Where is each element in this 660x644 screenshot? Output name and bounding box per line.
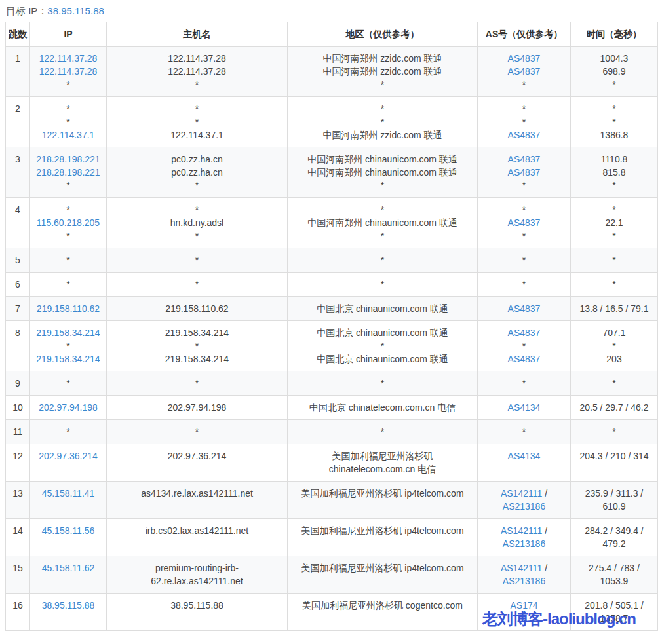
asn-link[interactable]: AS4837 <box>508 53 541 64</box>
ip-link[interactable]: 218.28.198.221 <box>36 154 100 164</box>
asn-text: * <box>522 204 526 215</box>
header-row: 跳数IP主机名地区（仅供参考）AS号（仅供参考）时间（毫秒） <box>6 22 658 47</box>
ip-line: 202.97.36.214 <box>31 449 105 463</box>
asn-link[interactable]: AS142111 <box>501 563 542 573</box>
time-text: * <box>612 231 615 241</box>
hop-number: 12 <box>6 444 30 482</box>
hop-number: 14 <box>6 519 30 556</box>
region-text: 中国河南郑州 zzidc.com 联通 <box>322 66 442 77</box>
asn-text: * <box>522 378 526 388</box>
ip-cell: 219.158.34.214*219.158.34.214 <box>30 321 107 371</box>
time-line: * <box>572 203 656 216</box>
asn-cell: AS4837 <box>478 297 571 321</box>
asn-link[interactable]: AS142111 <box>501 525 542 536</box>
hop-number: 6 <box>6 273 30 297</box>
ip-link[interactable]: 45.158.11.56 <box>42 525 95 536</box>
asn-link[interactable]: AS4837 <box>508 66 541 77</box>
asn-link[interactable]: AS4134 <box>508 451 541 461</box>
asn-link[interactable]: AS213186 <box>503 539 545 549</box>
asn-link[interactable]: AS213186 <box>503 501 545 512</box>
time-line: 204.3 / 210 / 314 <box>572 449 656 463</box>
asn-line: AS142111 / <box>479 487 569 500</box>
target-ip-link[interactable]: 38.95.115.88 <box>47 5 104 16</box>
table-row: 7219.158.110.62219.158.110.62中国北京 chinau… <box>6 297 658 321</box>
asn-line: * <box>479 115 569 128</box>
host-line: * <box>108 179 286 192</box>
table-row: 11***** <box>6 420 658 444</box>
region-text: * <box>381 231 384 241</box>
asn-line: * <box>479 254 569 267</box>
region-text: * <box>381 378 384 388</box>
region-line: * <box>289 278 476 291</box>
ip-text: * <box>66 426 69 437</box>
table-row: 1122.114.37.28122.114.37.28*122.114.37.2… <box>6 47 658 97</box>
asn-link[interactable]: AS4134 <box>508 402 541 413</box>
host-text: * <box>195 279 199 290</box>
ip-link[interactable]: 45.158.11.41 <box>42 488 95 499</box>
ip-link[interactable]: 202.97.36.214 <box>39 451 98 461</box>
time-line: * <box>572 425 656 438</box>
host-cell: 219.158.34.214*219.158.34.214 <box>107 321 288 371</box>
asn-cell: AS142111 /AS213186 <box>478 556 571 594</box>
host-line: 122.114.37.28 <box>108 65 286 78</box>
ip-link[interactable]: 45.158.11.62 <box>42 563 95 573</box>
region-text: * <box>381 426 384 437</box>
ip-link[interactable]: 219.158.34.214 <box>36 354 100 364</box>
ip-link[interactable]: 219.158.34.214 <box>36 328 100 338</box>
region-text: 美国加利福尼亚州洛杉矶 ip4telcom.com <box>301 563 463 573</box>
region-line: * <box>289 425 476 438</box>
time-line: 479.2 <box>572 537 656 550</box>
host-line: 122.114.37.1 <box>108 128 286 142</box>
ip-link[interactable]: 122.114.37.28 <box>39 66 98 77</box>
ip-line: * <box>31 179 105 192</box>
time-cell: 1110.8815.8* <box>571 147 658 198</box>
asn-cell: AS4837AS4837* <box>478 47 571 97</box>
region-line: 美国加利福尼亚州洛杉矶 ip4telcom.com <box>289 561 476 575</box>
asn-line: AS213186 <box>479 537 569 550</box>
ip-link[interactable]: 219.158.110.62 <box>37 303 100 314</box>
ip-line: 218.28.198.221 <box>31 153 105 166</box>
ip-cell: * <box>30 248 107 273</box>
ip-link[interactable]: 38.95.115.88 <box>42 600 95 611</box>
ip-line: * <box>31 102 105 115</box>
asn-link[interactable]: AS4837 <box>508 154 541 164</box>
ip-text: * <box>66 104 69 114</box>
ip-cell: 45.158.11.56 <box>30 519 107 556</box>
asn-text: * <box>522 255 526 265</box>
asn-link[interactable]: AS4837 <box>508 354 541 364</box>
ip-link[interactable]: 202.97.94.198 <box>39 402 98 413</box>
hop-number: 11 <box>6 420 30 444</box>
asn-link[interactable]: AS4837 <box>508 130 541 140</box>
time-text: * <box>612 180 615 191</box>
asn-link[interactable]: AS213186 <box>503 576 545 586</box>
asn-cell: AS4837*AS4837 <box>478 321 571 371</box>
asn-line: AS213186 <box>479 575 569 588</box>
asn-link[interactable]: AS4837 <box>508 167 541 178</box>
hop-number: 9 <box>6 371 30 396</box>
asn-link[interactable]: AS142111 <box>501 488 542 499</box>
asn-line: * <box>479 377 569 390</box>
region-line: 中国河南郑州 chinaunicom.com 联通 <box>289 166 476 179</box>
ip-link[interactable]: 115.60.218.205 <box>37 218 100 228</box>
hop-number: 10 <box>6 396 30 420</box>
host-cell: * <box>107 371 288 396</box>
ip-line: * <box>31 203 105 216</box>
asn-separator: / <box>542 488 547 499</box>
ip-link[interactable]: 218.28.198.221 <box>36 167 100 178</box>
region-text: * <box>381 279 384 290</box>
target-ip-line: 目标 IP：38.95.115.88 <box>6 5 655 16</box>
region-line: 中国河南郑州 zzidc.com 联通 <box>289 52 476 65</box>
asn-link[interactable]: AS4837 <box>508 218 541 228</box>
time-line: 13.8 / 16.5 / 79.1 <box>572 302 656 315</box>
ip-link[interactable]: 122.114.37.1 <box>42 130 95 140</box>
host-line: * <box>108 377 286 390</box>
host-cell: 219.158.110.62 <box>107 297 288 321</box>
hop-number: 5 <box>6 248 30 273</box>
asn-link[interactable]: AS174 <box>510 600 537 611</box>
asn-link[interactable]: AS4837 <box>508 328 541 338</box>
asn-link[interactable]: AS4837 <box>508 303 541 314</box>
ip-link[interactable]: 122.114.37.28 <box>39 53 98 64</box>
ip-cell: *115.60.218.205* <box>30 198 107 248</box>
ip-text: * <box>66 79 69 90</box>
table-row: 10202.97.94.198202.97.94.198中国北京 chinate… <box>6 396 658 420</box>
